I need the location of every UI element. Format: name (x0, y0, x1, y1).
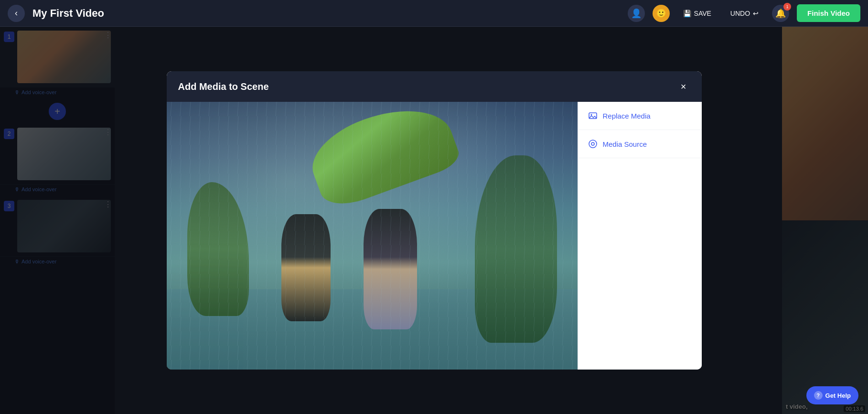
get-help-label: Get Help (825, 392, 851, 399)
media-source-button[interactable]: Media Source (578, 130, 702, 158)
undo-label: UNDO (730, 10, 750, 17)
main-area: 1 ⋮ 🎙 Add voice-over + 2 ⋮ 🎙 Add voice-o… (0, 27, 868, 414)
user-icon-btn[interactable]: 👤 (628, 5, 645, 22)
modal-overlay: Add Media to Scene × (0, 27, 868, 414)
replace-media-label: Replace Media (603, 112, 651, 120)
page-title: My First Video (32, 7, 628, 20)
modal-media-preview (167, 102, 578, 370)
modal-title: Add Media to Scene (178, 81, 269, 92)
svg-rect-1 (167, 102, 578, 370)
undo-button[interactable]: UNDO ↩ (725, 7, 764, 20)
avatar-icon: 🙂 (656, 8, 666, 19)
notification-button[interactable]: 🔔 1 (772, 5, 789, 22)
help-icon: ? (814, 391, 823, 400)
rain-scene-image (167, 102, 578, 370)
svg-point-5 (591, 142, 594, 145)
user-icon: 👤 (631, 8, 642, 19)
modal-close-button[interactable]: × (677, 80, 690, 93)
modal-body: Replace Media Media Source (167, 102, 702, 370)
modal-sidebar: Replace Media Media Source (578, 102, 702, 370)
rain-overlay (167, 102, 578, 370)
back-icon: ‹ (15, 8, 18, 18)
replace-media-button[interactable]: Replace Media (578, 102, 702, 130)
save-label: SAVE (694, 10, 711, 17)
topbar: ‹ My First Video 👤 🙂 💾 SAVE UNDO ↩ 🔔 1 (0, 0, 868, 27)
get-help-button[interactable]: ? Get Help (806, 386, 858, 404)
finish-video-button[interactable]: Finish Video (797, 4, 860, 22)
replace-media-icon (588, 110, 598, 121)
save-button[interactable]: 💾 SAVE (677, 7, 717, 20)
modal-header: Add Media to Scene × (167, 71, 702, 102)
media-source-label: Media Source (603, 140, 647, 148)
save-icon: 💾 (683, 10, 691, 17)
notification-badge-count: 1 (783, 3, 791, 11)
undo-icon: ↩ (753, 10, 759, 17)
svg-point-4 (589, 140, 597, 148)
topbar-actions: 👤 🙂 💾 SAVE UNDO ↩ 🔔 1 Finish Video (628, 4, 860, 22)
back-button[interactable]: ‹ (8, 5, 25, 22)
add-media-modal: Add Media to Scene × (167, 71, 702, 370)
media-source-icon (588, 139, 598, 149)
avatar[interactable]: 🙂 (653, 5, 670, 22)
